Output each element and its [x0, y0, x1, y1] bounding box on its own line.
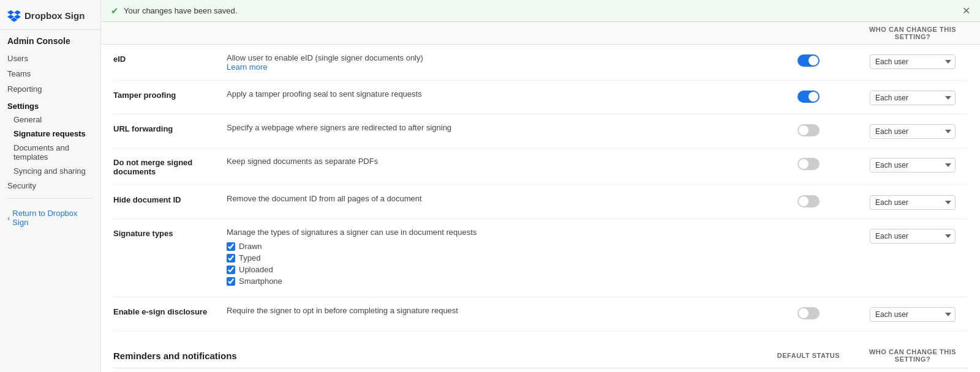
eid-learn-more-link[interactable]: Learn more — [227, 62, 267, 72]
setting-row-tamper-proofing: Tamper proofing Apply a tamper proofing … — [113, 81, 968, 114]
eid-who-select[interactable]: Each user Admin only No one — [870, 54, 956, 69]
column-headers: WHO CAN CHANGE THIS SETTING? — [101, 22, 980, 45]
who-can-change-header: WHO CAN CHANGE THIS SETTING? — [858, 26, 968, 44]
setting-row-signer-reminders: Signer reminders Reminders will be sent … — [113, 368, 968, 372]
success-banner: ✔ Your changes have been saved. ✕ — [101, 0, 980, 22]
url-forwarding-toggle-container — [760, 123, 858, 136]
sidebar-item-signature-requests[interactable]: Signature requests — [0, 127, 100, 141]
setting-row-hide-document-id: Hide document ID Remove the document ID … — [113, 185, 968, 219]
do-not-merge-toggle-container — [760, 157, 858, 170]
back-to-dropbox-sign[interactable]: ‹ Return to Dropbox Sign — [0, 204, 100, 232]
eid-desc: Allow user to enable eID (single signer … — [227, 53, 760, 72]
tamper-proofing-toggle-container — [760, 89, 858, 103]
reminders-default-status-col: DEFAULT STATUS — [760, 352, 858, 359]
signature-types-who-select[interactable]: Each user Admin only No one — [870, 229, 956, 244]
esign-disclosure-who-select[interactable]: Each user Admin only No one — [870, 307, 956, 322]
main-content: ✔ Your changes have been saved. ✕ WHO CA… — [101, 0, 980, 372]
tamper-proofing-desc: Apply a tamper proofing seal to sent sig… — [227, 89, 760, 99]
eid-toggle-container — [760, 53, 858, 67]
esign-disclosure-toggle[interactable] — [797, 307, 820, 319]
checkbox-smartphone: Smartphone — [227, 277, 760, 286]
sidebar-divider — [7, 198, 93, 199]
logo-container: Dropbox Sign — [0, 0, 100, 30]
sidebar-nav: Users Teams Reporting Settings General S… — [0, 51, 100, 372]
esign-disclosure-toggle-container — [760, 306, 858, 319]
signature-types-label: Signature types — [113, 228, 227, 238]
sidebar-item-users[interactable]: Users — [0, 51, 100, 66]
url-forwarding-desc: Specify a webpage where signers are redi… — [227, 123, 760, 132]
signature-types-toggle-container — [760, 228, 858, 229]
close-icon[interactable]: ✕ — [962, 5, 970, 17]
checkbox-typed: Typed — [227, 253, 760, 262]
checkbox-smartphone-input[interactable] — [227, 277, 235, 286]
url-forwarding-who-select[interactable]: Each user Admin only No one — [870, 124, 956, 139]
eid-toggle[interactable] — [797, 54, 820, 67]
sidebar-item-syncing-sharing[interactable]: Syncing and sharing — [0, 164, 100, 178]
setting-row-do-not-merge: Do not merge signed documents Keep signe… — [113, 148, 968, 185]
checkbox-drawn: Drawn — [227, 242, 760, 251]
reminders-title: Reminders and notifications — [113, 351, 760, 361]
hide-document-id-desc: Remove the document ID from all pages of… — [227, 194, 760, 203]
esign-disclosure-who-container: Each user Admin only No one — [858, 306, 968, 322]
sidebar-item-teams[interactable]: Teams — [0, 66, 100, 81]
banner-message: Your changes have been saved. — [124, 6, 237, 15]
setting-row-esign-disclosure: Enable e-sign disclosure Require the sig… — [113, 297, 968, 331]
url-forwarding-label: URL forwarding — [113, 123, 227, 133]
hide-document-id-who-select[interactable]: Each user Admin only No one — [870, 195, 956, 210]
hide-document-id-label: Hide document ID — [113, 194, 227, 204]
do-not-merge-toggle[interactable] — [797, 158, 820, 170]
chevron-left-icon: ‹ — [7, 214, 10, 223]
admin-console-title: Admin Console — [0, 30, 100, 51]
tamper-proofing-toggle[interactable] — [797, 91, 820, 103]
esign-disclosure-desc: Require the signer to opt in before comp… — [227, 306, 760, 315]
sidebar-item-reporting[interactable]: Reporting — [0, 81, 100, 97]
signature-types-desc: Manage the types of signatures a signer … — [227, 228, 760, 288]
dropbox-logo-icon — [7, 9, 21, 22]
setting-row-signature-types: Signature types Manage the types of sign… — [113, 219, 968, 297]
logo-text: Dropbox Sign — [24, 10, 85, 21]
url-forwarding-toggle[interactable] — [797, 124, 820, 136]
do-not-merge-desc: Keep signed documents as separate PDFs — [227, 157, 760, 166]
reminders-who-col: WHO CAN CHANGE THIS SETTING? — [858, 348, 968, 363]
checkbox-drawn-input[interactable] — [227, 242, 235, 251]
checkbox-typed-input[interactable] — [227, 254, 235, 262]
hide-document-id-who-container: Each user Admin only No one — [858, 194, 968, 210]
tamper-proofing-label: Tamper proofing — [113, 89, 227, 100]
do-not-merge-who-select[interactable]: Each user Admin only No one — [870, 158, 956, 173]
esign-disclosure-label: Enable e-sign disclosure — [113, 306, 227, 316]
setting-row-eid: eID Allow user to enable eID (single sig… — [113, 45, 968, 81]
hide-document-id-toggle[interactable] — [797, 195, 820, 207]
tamper-proofing-who-container: Each user Admin only No one — [858, 89, 968, 105]
sidebar-item-general[interactable]: General — [0, 113, 100, 127]
settings-section: eID Allow user to enable eID (single sig… — [101, 45, 980, 331]
sidebar-item-security[interactable]: Security — [0, 178, 100, 193]
eid-who-select-container: Each user Admin only No one — [858, 53, 968, 69]
reminders-header: Reminders and notifications DEFAULT STAT… — [113, 338, 968, 368]
tamper-proofing-who-select[interactable]: Each user Admin only No one — [870, 91, 956, 105]
signature-types-who-container: Each user Admin only No one — [858, 228, 968, 244]
checkbox-uploaded-input[interactable] — [227, 266, 235, 274]
checkbox-uploaded: Uploaded — [227, 265, 760, 274]
sidebar-section-settings: Settings — [0, 97, 100, 113]
hide-document-id-toggle-container — [760, 194, 858, 207]
reminders-section: Reminders and notifications DEFAULT STAT… — [101, 338, 980, 372]
success-icon: ✔ — [111, 6, 119, 17]
do-not-merge-who-container: Each user Admin only No one — [858, 157, 968, 173]
default-status-header — [760, 26, 858, 44]
do-not-merge-label: Do not merge signed documents — [113, 157, 227, 176]
url-forwarding-who-container: Each user Admin only No one — [858, 123, 968, 139]
sidebar-item-documents-templates[interactable]: Documents and templates — [0, 141, 100, 164]
sidebar: Dropbox Sign Admin Console Users Teams R… — [0, 0, 101, 372]
eid-label: eID — [113, 53, 227, 64]
setting-row-url-forwarding: URL forwarding Specify a webpage where s… — [113, 114, 968, 148]
